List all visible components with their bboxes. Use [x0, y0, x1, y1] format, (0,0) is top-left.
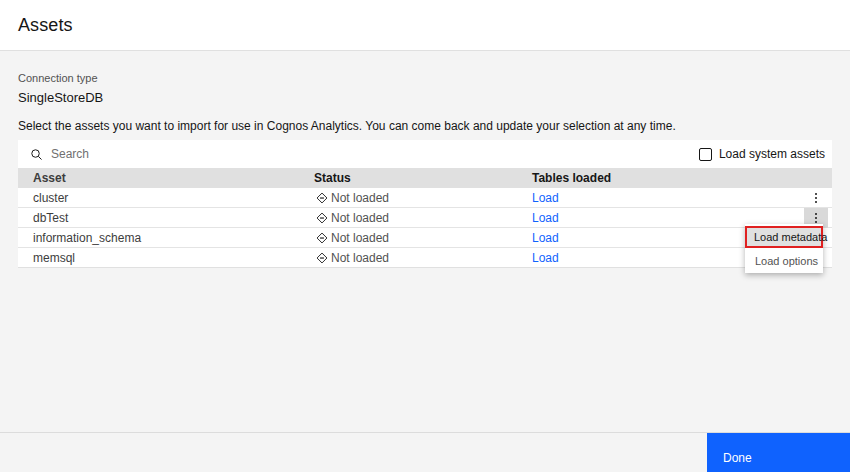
- asset-name: cluster: [18, 191, 314, 205]
- asset-name: memsql: [18, 251, 314, 265]
- table-header-row: Asset Status Tables loaded: [18, 168, 832, 188]
- load-link[interactable]: Load: [532, 231, 559, 245]
- status-undefined-diamond-icon: [316, 252, 328, 264]
- asset-name: dbTest: [18, 211, 314, 225]
- connection-type-value: SingleStoreDB: [18, 89, 832, 106]
- table-row: memsql Not loaded Load: [18, 248, 832, 268]
- assets-table: Load system assets Asset Status Tables l…: [18, 140, 832, 268]
- load-link[interactable]: Load: [532, 211, 559, 225]
- table-row: information_schema Not loaded Load: [18, 228, 832, 248]
- instructions-text: Select the assets you want to import for…: [18, 119, 832, 134]
- status-undefined-diamond-icon: [316, 212, 328, 224]
- column-header-tables-loaded: Tables loaded: [532, 171, 800, 185]
- status-undefined-diamond-icon: [316, 192, 328, 204]
- connection-type-label: Connection type: [18, 72, 832, 85]
- panel-header: Assets: [0, 0, 850, 51]
- status-cell: Not loaded: [314, 191, 532, 205]
- panel-body: Connection type SingleStoreDB Select the…: [0, 72, 850, 268]
- load-link[interactable]: Load: [532, 191, 559, 205]
- footer-bar: Done: [0, 432, 850, 472]
- status-text: Not loaded: [331, 251, 389, 265]
- search-icon: [30, 148, 43, 161]
- status-cell: Not loaded: [314, 251, 532, 265]
- load-system-assets-checkbox[interactable]: [699, 148, 712, 161]
- done-button[interactable]: Done: [707, 433, 850, 472]
- load-link[interactable]: Load: [532, 251, 559, 265]
- search-field[interactable]: [30, 147, 699, 161]
- load-system-assets-label: Load system assets: [719, 147, 825, 161]
- column-header-asset: Asset: [18, 171, 314, 185]
- load-system-assets-control[interactable]: Load system assets: [699, 147, 825, 161]
- menu-item-load-options[interactable]: Load options: [745, 248, 823, 273]
- page-title: Assets: [18, 15, 850, 36]
- table-row: dbTest Not loaded Load: [18, 208, 832, 228]
- overflow-menu-vertical-icon[interactable]: [804, 188, 828, 208]
- status-text: Not loaded: [331, 211, 389, 225]
- search-input[interactable]: [51, 147, 351, 161]
- status-text: Not loaded: [331, 191, 389, 205]
- status-cell: Not loaded: [314, 211, 532, 225]
- menu-item-load-metadata[interactable]: Load metadata: [745, 226, 823, 248]
- status-cell: Not loaded: [314, 231, 532, 245]
- status-text: Not loaded: [331, 231, 389, 245]
- column-header-status: Status: [314, 171, 532, 185]
- table-row: cluster Not loaded Load: [18, 188, 832, 208]
- overflow-context-menu: Load metadata Load options: [745, 224, 823, 273]
- asset-name: information_schema: [18, 231, 314, 245]
- status-undefined-diamond-icon: [316, 232, 328, 244]
- table-toolbar: Load system assets: [18, 140, 832, 168]
